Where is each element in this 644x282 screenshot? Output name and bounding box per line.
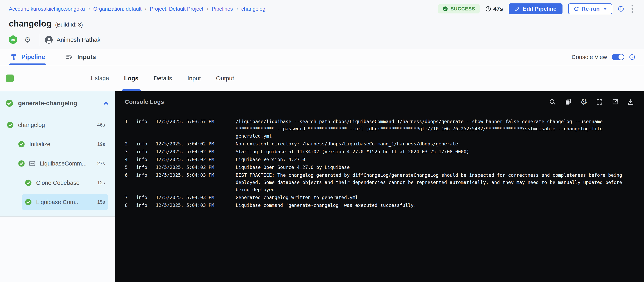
log-time: 12/5/2025, 5:04:03 PM [156, 172, 230, 193]
toggle-knob [618, 55, 624, 60]
log-line: 2info12/5/2025, 5:04:02 PMNon-existent d… [125, 140, 634, 147]
breadcrumb-link[interactable]: Account: kurosakiichigo.songoku [9, 6, 85, 12]
settings-icon[interactable]: ⚙ [580, 98, 588, 106]
open-in-new-icon[interactable] [612, 98, 619, 105]
chevron-up-icon[interactable] [102, 100, 110, 107]
main-panel: LogsDetailsInputOutput Console Logs ⚙ [115, 65, 644, 282]
breadcrumb-link[interactable]: Pipelines [212, 6, 233, 12]
tab-inputs[interactable]: Inputs [64, 49, 97, 65]
step-success-icon [7, 122, 14, 128]
content: 1 stage generate-changelog changelog46sI… [0, 65, 644, 282]
step-row-liquibase-com[interactable]: Liquibase Com...15s [22, 194, 108, 210]
status-text: SUCCESS [450, 6, 475, 12]
rerun-refresh-icon [574, 6, 579, 12]
step-group-icon [29, 161, 35, 166]
breadcrumb-link[interactable]: Project: Default Project [150, 6, 203, 12]
log-line: 5info12/5/2025, 5:04:02 PMLiquibase Open… [125, 164, 634, 171]
ci-module-icon: ∞ [9, 35, 17, 44]
step-duration: 12s [94, 180, 105, 186]
step-label: Clone Codebase [36, 180, 80, 186]
stage-status-square [6, 75, 14, 82]
info-icon[interactable] [618, 6, 624, 12]
more-options-button[interactable] [630, 4, 635, 14]
step-success-icon [25, 179, 32, 186]
breadcrumb-link[interactable]: changelog [241, 6, 266, 12]
log-tab-output[interactable]: Output [216, 65, 234, 91]
rerun-button[interactable]: Re-run [568, 4, 612, 14]
log-num: 1 [125, 118, 131, 140]
log-time: 12/5/2025, 5:04:03 PM [156, 194, 230, 201]
log-time: 12/5/2025, 5:04:02 PM [156, 148, 230, 155]
build-settings-gear-icon[interactable]: ⚙ [24, 36, 31, 44]
log-msg: Starting Liquibase at 11:34:02 (version … [236, 148, 634, 155]
stage-panel: generate-changelog changelog46sInitializ… [0, 91, 115, 216]
module-tab-bar: Pipeline Inputs Console View [0, 49, 644, 65]
build-id: (Build Id: 3) [55, 22, 83, 28]
stage-row[interactable]: generate-changelog [0, 91, 115, 114]
avatar [44, 36, 53, 44]
log-lvl: info [136, 156, 150, 163]
page-header: Account: kurosakiichigo.songoku›Organiza… [0, 0, 644, 49]
log-msg: BEST PRACTICE: The changelog generated b… [236, 172, 634, 193]
clock-icon [485, 6, 491, 12]
step-success-icon [18, 160, 25, 167]
breadcrumb-separator: › [206, 6, 208, 12]
page-title: changelog [9, 19, 52, 29]
log-line: 8info12/5/2025, 5:04:03 PMLiquibase comm… [125, 202, 634, 209]
log-tab-input[interactable]: Input [187, 65, 201, 91]
console-view-control: Console View [572, 54, 635, 61]
search-icon[interactable] [549, 98, 556, 105]
console-view-toggle[interactable] [612, 54, 624, 60]
meta-row: ∞ ⚙ Animesh Pathak [9, 34, 635, 45]
step-label: Liquibase Com... [36, 199, 80, 205]
tab-pipeline[interactable]: Pipeline [9, 49, 46, 65]
duration: 47s [485, 6, 503, 12]
step-label: LiquibaseComm... [40, 160, 87, 167]
log-line: 6info12/5/2025, 5:04:03 PMBEST PRACTICE:… [125, 172, 634, 193]
log-lvl: info [136, 172, 150, 193]
log-line: 1info12/5/2025, 5:03:57 PM/liquibase/liq… [125, 118, 634, 140]
fullscreen-icon[interactable] [596, 98, 603, 105]
log-num: 5 [125, 164, 131, 171]
log-time: 12/5/2025, 5:03:57 PM [156, 118, 230, 140]
sidebar-footer [0, 216, 115, 282]
log-time: 12/5/2025, 5:04:03 PM [156, 202, 230, 209]
stage-success-icon [6, 99, 13, 107]
step-duration: 15s [94, 199, 105, 205]
log-lvl: info [136, 194, 150, 201]
breadcrumb-separator: › [88, 6, 90, 12]
trigger-user-name: Animesh Pathak [56, 36, 100, 43]
step-row-clone-codebase[interactable]: Clone Codebase12s [22, 175, 108, 191]
log-num: 8 [125, 202, 131, 209]
duration-text: 47s [493, 6, 503, 12]
log-num: 4 [125, 156, 131, 163]
log-lvl: info [136, 164, 150, 171]
step-row-liquibasecomm[interactable]: LiquibaseComm...27s [15, 156, 108, 171]
step-row-changelog[interactable]: changelog46s [4, 117, 108, 133]
console-title: Console Logs [125, 99, 164, 105]
step-tree: changelog46sInitialize19sLiquibaseComm..… [0, 117, 115, 210]
console-log-body[interactable]: 1info12/5/2025, 5:03:57 PM/liquibase/liq… [125, 118, 634, 209]
edit-pipeline-button[interactable]: Edit Pipeline [509, 4, 562, 14]
divider [39, 34, 39, 46]
download-icon[interactable] [627, 98, 634, 105]
execution-sidebar: 1 stage generate-changelog changelog46sI… [0, 65, 115, 282]
console-header: Console Logs ⚙ [125, 91, 634, 112]
breadcrumb-link[interactable]: Organization: default [93, 6, 142, 12]
log-line: 4info12/5/2025, 5:04:02 PMLiquibase Vers… [125, 156, 634, 163]
log-msg: Liquibase Open Source 4.27.0 by Liquibas… [236, 164, 634, 171]
copy-icon[interactable] [564, 98, 572, 105]
log-tab-logs[interactable]: Logs [124, 65, 138, 91]
stage-name: generate-changelog [18, 100, 77, 107]
console-view-info-icon[interactable] [629, 54, 635, 60]
log-lvl: info [136, 148, 150, 155]
breadcrumb-separator: › [236, 6, 238, 12]
console-toolbar: ⚙ [549, 98, 634, 106]
step-row-initialize[interactable]: Initialize19s [15, 136, 108, 152]
log-tab-details[interactable]: Details [154, 65, 172, 91]
log-line: 3info12/5/2025, 5:04:02 PMStarting Liqui… [125, 148, 634, 155]
step-success-icon [25, 199, 32, 205]
inputs-icon [66, 53, 73, 61]
pencil-icon [515, 6, 520, 12]
console-panel: Console Logs ⚙ [115, 91, 644, 282]
